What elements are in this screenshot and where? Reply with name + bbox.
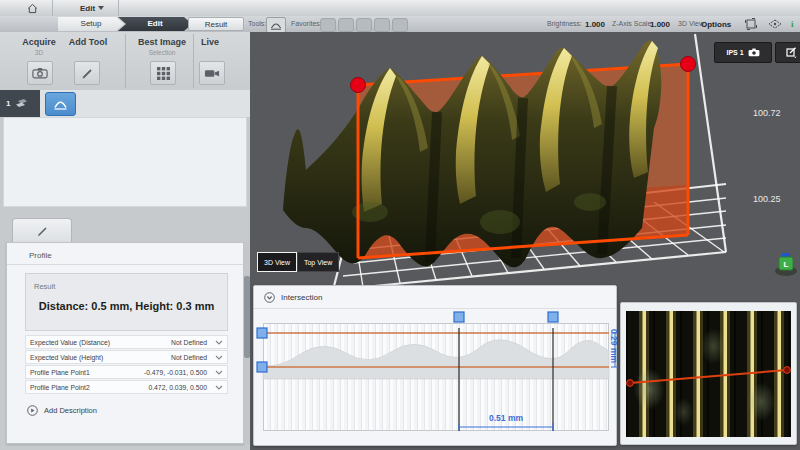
camera-preview-panel — [620, 302, 797, 445]
measurement-line-overlay — [626, 311, 791, 437]
acquire-group-subtitle: 3D — [14, 49, 64, 56]
compass-label: L — [784, 260, 789, 269]
ips-label: IPS 1 — [726, 49, 743, 56]
chevron-down-icon[interactable] — [215, 370, 223, 375]
dataset-number: 1 — [6, 99, 10, 108]
favorite-slot-button[interactable] — [338, 18, 354, 32]
result-box: Result Distance: 0.5 mm, Height: 0.3 mm — [25, 273, 228, 331]
add-description-label: Add Description — [44, 406, 97, 415]
camera-icon — [32, 67, 48, 79]
ips-capture-button[interactable]: IPS 1 — [714, 42, 772, 63]
result-value: Distance: 0.5 mm, Height: 0.3 mm — [26, 300, 227, 312]
height-marker-handle[interactable] — [257, 362, 267, 372]
height-dimension-label: 0.29 mm — [609, 329, 618, 363]
camera-icon — [748, 48, 760, 57]
video-camera-icon — [204, 68, 220, 79]
compass-icon: L — [772, 252, 800, 278]
edit-profile-tab[interactable] — [12, 218, 72, 243]
measure-endpoint-dot[interactable] — [784, 367, 791, 374]
3d-view-button[interactable]: 3D View — [257, 252, 297, 272]
expected-height-row[interactable]: Expected Value (Height) Not Defined — [25, 350, 228, 364]
expected-distance-row[interactable]: Expected Value (Distance) Not Defined — [25, 335, 228, 349]
tab-result[interactable]: Result — [188, 17, 244, 31]
tool-list: 1 — [0, 90, 250, 118]
add-tool-button[interactable] — [74, 61, 100, 85]
intersection-panel: Intersection 0.51 mm0.29 mm — [253, 285, 617, 446]
profile-panel: Profile Result Distance: 0.5 mm, Height:… — [6, 242, 244, 444]
favorite-slot-button[interactable] — [374, 18, 390, 32]
height-marker-handle[interactable] — [257, 328, 267, 338]
zaxis-scale-value[interactable]: 1.000 — [650, 20, 670, 29]
divider — [7, 264, 243, 265]
top-view-button[interactable]: Top View — [297, 252, 339, 272]
edit-menu-label: Edit — [80, 4, 95, 13]
distance-marker-handle[interactable] — [454, 312, 464, 322]
row-value: -0.479, -0.031, 0.500 — [144, 369, 207, 376]
profile-tool-chip-selected[interactable] — [45, 92, 76, 116]
camera-image[interactable] — [626, 311, 791, 437]
info-icon[interactable]: i — [791, 19, 794, 29]
acquire-toolbar: Acquire 3D Add Tool Best Image Selection… — [0, 32, 250, 90]
edit-export-icon — [786, 47, 797, 58]
home-button[interactable] — [22, 1, 42, 15]
tab-setup[interactable]: Setup — [58, 17, 124, 31]
view-switcher: 3D View Top View — [257, 252, 339, 272]
favorite-slot-button[interactable] — [356, 18, 372, 32]
best-image-selection-button[interactable] — [150, 61, 176, 85]
row-label: Expected Value (Distance) — [30, 339, 171, 346]
row-label: Profile Plane Point1 — [30, 369, 144, 376]
chevron-down-icon[interactable] — [215, 340, 223, 345]
chevron-down-icon[interactable] — [215, 385, 223, 390]
application-window: Edit Setup Edit Result Tools: Favorites:… — [0, 0, 800, 450]
tab-edit[interactable]: Edit — [118, 17, 192, 31]
3d-view-options-button[interactable]: Options — [701, 20, 731, 29]
chevron-down-icon — [98, 6, 104, 10]
width-dimension-label: 0.51 mm — [489, 413, 523, 423]
zaxis-scale-label: Z-Axis Scale: — [612, 20, 653, 27]
orientation-compass[interactable]: L — [772, 252, 800, 278]
add-tool-group-title: Add Tool — [63, 37, 113, 47]
plane-endpoint-dot[interactable] — [351, 78, 366, 93]
favorite-slot-button[interactable] — [392, 18, 408, 32]
chevron-down-icon[interactable] — [215, 355, 223, 360]
pencil-icon — [36, 225, 49, 238]
tool-list-empty-area — [3, 117, 247, 207]
z-axis-tick-label: 100.25 — [753, 194, 781, 204]
row-value: Not Defined — [171, 354, 207, 361]
view-orientation-button[interactable] — [766, 17, 784, 31]
edit-menu-tab[interactable]: Edit — [70, 0, 114, 16]
result-label: Result — [34, 282, 55, 291]
acquire-group-title: Acquire — [14, 37, 64, 47]
home-icon — [27, 3, 38, 14]
plane-endpoint-dot[interactable] — [681, 57, 696, 72]
plane-point1-row[interactable]: Profile Plane Point1 -0.479, -0.031, 0.5… — [25, 365, 228, 379]
profile-wave — [263, 340, 609, 379]
favorites-label: Favorites: — [291, 20, 322, 27]
measure-endpoint-dot[interactable] — [627, 380, 634, 387]
add-description-button[interactable]: Add Description — [27, 405, 97, 416]
brightness-value[interactable]: 1.000 — [585, 20, 605, 29]
best-image-group-subtitle: Selection — [137, 49, 187, 56]
fit-frame-button[interactable] — [742, 17, 760, 31]
acquire-3d-button[interactable] — [27, 61, 53, 85]
export-image-button[interactable] — [775, 42, 800, 63]
profile-tool-button[interactable] — [266, 17, 286, 33]
crop-frame-icon — [745, 18, 757, 30]
distance-marker-handle[interactable] — [548, 312, 558, 322]
tab-setup-label: Setup — [81, 19, 102, 28]
plane-point2-row[interactable]: Profile Plane Point2 0.472, 0.039, 0.500 — [25, 380, 228, 394]
profile-chart-overlay: 0.51 mm0.29 mm — [254, 286, 618, 447]
profile-curve-icon — [270, 21, 282, 30]
workflow-toolbar: Setup Edit Result Tools: Favorites: Brig… — [0, 16, 800, 33]
row-value: 0.472, 0.039, 0.500 — [148, 384, 207, 391]
profile-panel-title: Profile — [29, 251, 52, 260]
favorite-slot-button[interactable] — [320, 18, 336, 32]
tools-label: Tools: — [248, 20, 266, 27]
live-view-button[interactable] — [199, 61, 225, 85]
dataset-list-item[interactable]: 1 — [0, 90, 40, 117]
toolbar-separator — [125, 34, 126, 88]
row-value: Not Defined — [171, 339, 207, 346]
brightness-label: Brightness: — [547, 20, 582, 27]
menu-separator — [118, 0, 119, 16]
layers-icon — [15, 98, 28, 109]
